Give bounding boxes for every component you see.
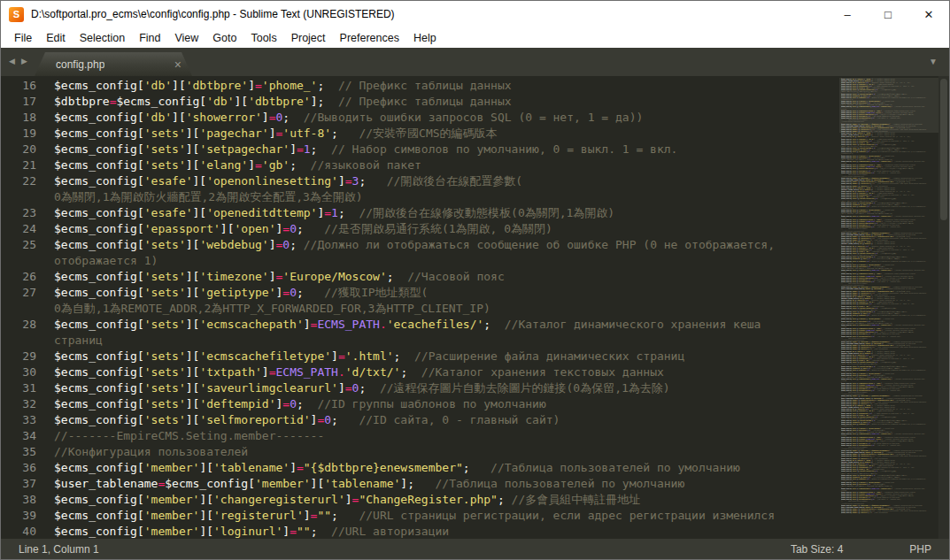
code-line-text: $ecms_config['sets']['setpagechar']=1; /…: [54, 142, 839, 157]
menu-item-edit[interactable]: Edit: [39, 32, 73, 44]
code-line-text: $ecms_config['sets']['ecmscachepath']=EC…: [841, 160, 938, 162]
status-tab-size[interactable]: Tab Size: 4: [791, 543, 843, 556]
menu-item-preferences[interactable]: Preferences: [333, 32, 406, 44]
minimap[interactable]: $ecms_config['db']['dbtbpre']='phome_'; …: [839, 76, 938, 539]
code-line[interactable]: 31$ecms_config['sets']['saveurlimgclearu…: [1, 380, 839, 396]
line-number: 21: [1, 157, 54, 173]
code-line[interactable]: страниц: [1, 333, 839, 349]
code-line[interactable]: 17$dbtbpre=$ecms_config['db']['dbtbpre']…: [1, 94, 839, 110]
code-line-text: $ecms_config['member']['loginurl']=""; /…: [54, 524, 839, 539]
menu-item-view[interactable]: View: [167, 32, 205, 44]
title-bar: S D:\softportal.pro_ecms\e\config\config…: [1, 1, 949, 27]
tab-scroll-right-icon[interactable]: ▶: [21, 58, 27, 65]
code-line-text: $ecms_config['sets']['deftempid']=0; //I…: [54, 396, 839, 412]
code-line-text: $ecms_config['sets']['webdebug']=0; //До…: [841, 478, 938, 479]
code-line[interactable]: 25$ecms_config['sets']['webdebug']=0; //…: [1, 237, 839, 253]
status-syntax[interactable]: PHP: [909, 543, 931, 556]
tab-close-icon[interactable]: ×: [174, 58, 182, 71]
code-line-text: $ecms_config['esafe']['openonlinesetting…: [54, 173, 839, 189]
code-line[interactable]: 28$ecms_config['sets']['ecmscachepath']=…: [1, 317, 839, 333]
code-line[interactable]: 29$ecms_config['sets']['ecmscachefiletyp…: [1, 349, 839, 364]
menu-bar: FileEditSelectionFindViewGotoToolsProjec…: [1, 27, 949, 48]
tab-list-dropdown-icon[interactable]: ▼: [929, 58, 938, 66]
minimize-button[interactable]: –: [827, 1, 868, 27]
line-number: 35: [1, 444, 54, 460]
code-line[interactable]: 40$ecms_config['member']['loginurl']="";…: [1, 524, 839, 539]
code-line[interactable]: 33$ecms_config['sets']['selfmoreportid']…: [1, 412, 839, 428]
tab-scroll-left-icon[interactable]: ◀: [9, 58, 15, 65]
code-line-text: $ecms_config['sets']['ecmscachepath']=EC…: [841, 433, 938, 434]
maximize-button[interactable]: □: [868, 1, 908, 27]
sublime-window: S D:\softportal.pro_ecms\e\config\config…: [0, 0, 950, 560]
code-line[interactable]: 19$ecms_config['sets']['pagechar']='utf-…: [1, 126, 839, 142]
line-number: 23: [1, 205, 54, 221]
minimap-viewport[interactable]: [839, 78, 938, 133]
close-button[interactable]: ✕: [908, 1, 949, 27]
code-line-text: //Конфигурация пользователей: [54, 444, 839, 460]
code-line[interactable]: 0為自動,1為REMOTE_ADDR,2為HTTP_X_FORWARDED_FO…: [1, 301, 839, 317]
tab-scroll-arrows: ◀ ▶: [9, 58, 27, 65]
code-line[interactable]: 39$ecms_config['member']['registerurl']=…: [1, 508, 839, 524]
minimap-content: $ecms_config['db']['dbtbpre']='phome_'; …: [841, 78, 938, 514]
code-line[interactable]: 36$ecms_config['member']['tablename']="{…: [1, 460, 839, 476]
code-line[interactable]: 18$ecms_config['db']['showerror']=0; //В…: [1, 110, 839, 126]
sublime-logo-icon: S: [9, 7, 24, 22]
scrollbar-thumb[interactable]: [940, 79, 947, 220]
code-line-text: $ecms_config['sets']['webdebug']=0; //До…: [841, 151, 938, 153]
line-number: 16: [1, 78, 54, 94]
code-line-text: $ecms_config['sets']['elang']='gb'; //яз…: [54, 157, 839, 173]
code-line-text: $ecms_config['sets']['webdebug']=0; //До…: [841, 260, 938, 262]
code-line-text: $ecms_config['sets']['ecmscachepath']=EC…: [841, 215, 938, 217]
vertical-scrollbar[interactable]: [938, 76, 949, 539]
code-line[interactable]: 23$ecms_config['esafe']['openeditdttemp'…: [1, 205, 839, 221]
line-number: 22: [1, 173, 54, 189]
code-line-text: $ecms_config['sets']['ecmscachepath']=EC…: [841, 270, 938, 272]
menu-item-help[interactable]: Help: [406, 32, 444, 44]
code-line-text: $ecms_config['sets']['webdebug']=0; //До…: [841, 315, 938, 317]
code-line[interactable]: 26$ecms_config['sets']['timezone']='Euro…: [1, 269, 839, 285]
line-number: 34: [1, 428, 54, 444]
menu-item-tools[interactable]: Tools: [243, 32, 283, 44]
code-line[interactable]: 16$ecms_config['db']['dbtbpre']='phome_'…: [1, 78, 839, 94]
code-line-text: $ecms_config['sets']['getiptype']=0; //獲…: [54, 285, 839, 301]
code-line-text: $ecms_config['sets']['txtpath']=ECMS_PAT…: [54, 364, 839, 380]
line-number: 38: [1, 492, 54, 508]
line-number: 29: [1, 349, 54, 364]
line-number: 39: [1, 508, 54, 524]
code-line-text: $ecms_config['sets']['ecmscachepath']=EC…: [841, 487, 938, 489]
code-line-text: $ecms_config['db']['showerror']=0; //Выв…: [54, 110, 839, 126]
menu-item-file[interactable]: File: [7, 32, 39, 44]
code-line[interactable]: 38$ecms_config['member']['changeregister…: [1, 492, 839, 508]
code-line[interactable]: 21$ecms_config['sets']['elang']='gb'; //…: [1, 157, 839, 173]
status-cursor-position: Line 1, Column 1: [19, 543, 99, 556]
code-line-text: $ecms_config['db']['dbtbpre']='phome_'; …: [54, 78, 839, 94]
code-line-text: $ecms_config['sets']['ecmscachepath']=EC…: [841, 324, 938, 326]
code-line[interactable]: 24$ecms_config['epassport']['open']=0; /…: [1, 221, 839, 237]
code-line[interactable]: 32$ecms_config['sets']['deftempid']=0; /…: [1, 396, 839, 412]
code-line[interactable]: 34//-------EmpireCMS.Seting.member------…: [1, 428, 839, 444]
code-line[interactable]: 35//Конфигурация пользователей: [1, 444, 839, 460]
code-line[interactable]: 20$ecms_config['sets']['setpagechar']=1;…: [1, 142, 839, 157]
tab-label: config.php: [56, 58, 104, 71]
code-line[interactable]: 0為關閉,1為開啟防火牆配置,2為開啟安全配置,3為全開啟): [1, 189, 839, 205]
code-line-text: $ecms_config['member']['changeregisterur…: [54, 492, 839, 508]
code-line-text: отображается 1): [54, 253, 839, 269]
code-line[interactable]: 27$ecms_config['sets']['getiptype']=0; /…: [1, 285, 839, 301]
code-line-text: $ecms_config['member']['registerurl']=""…: [54, 508, 839, 524]
tab-bar: ◀ ▶ config.php × ▼: [1, 48, 949, 76]
code-line-text: $ecms_config['sets']['selfmoreportid']=0…: [54, 412, 839, 428]
code-line[interactable]: 22$ecms_config['esafe']['openonlinesetti…: [1, 173, 839, 189]
code-line[interactable]: 30$ecms_config['sets']['txtpath']=ECMS_P…: [1, 364, 839, 380]
line-number: 37: [1, 476, 54, 492]
menu-item-find[interactable]: Find: [132, 32, 167, 44]
menu-item-selection[interactable]: Selection: [73, 32, 132, 44]
code-line-text: 0為關閉,1為開啟防火牆配置,2為開啟安全配置,3為全開啟): [54, 189, 839, 205]
code-line[interactable]: 37$user_tablename=$ecms_config['member']…: [1, 476, 839, 492]
menu-item-goto[interactable]: Goto: [205, 32, 243, 44]
line-number: 17: [1, 94, 54, 110]
code-area[interactable]: 16$ecms_config['db']['dbtbpre']='phome_'…: [1, 78, 839, 539]
code-line-text: $user_tablename=$ecms_config['member']['…: [54, 476, 839, 492]
tab-config-php[interactable]: config.php ×: [35, 52, 192, 76]
code-line[interactable]: отображается 1): [1, 253, 839, 269]
menu-item-project[interactable]: Project: [284, 32, 333, 44]
